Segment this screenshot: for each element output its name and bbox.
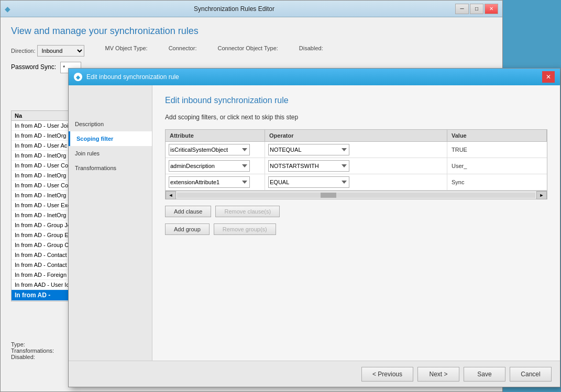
scroll-thumb bbox=[321, 193, 336, 198]
step-description: Add scoping filters, or click next to sk… bbox=[165, 114, 547, 121]
dialog-footer: < Previous Next > Save Cancel bbox=[69, 361, 560, 387]
nav-item-scoping[interactable]: Scoping filter bbox=[69, 131, 152, 146]
filter-table: Attribute Operator Value isCriticalSyste… bbox=[165, 129, 547, 199]
attribute-select-2[interactable]: adminDescription bbox=[169, 160, 250, 172]
remove-group-button[interactable]: Remove group(s) bbox=[214, 223, 276, 235]
operator-cell-1: NOTEQUAL bbox=[265, 142, 447, 158]
nav-item-description[interactable]: Description bbox=[69, 117, 152, 131]
next-button[interactable]: Next > bbox=[417, 367, 459, 382]
nav-item-join[interactable]: Join rules bbox=[69, 146, 152, 161]
add-group-button[interactable]: Add group bbox=[165, 223, 210, 235]
disabled-label: Disabled: bbox=[299, 45, 323, 51]
dialog-body: Description Scoping filter Join rules Tr… bbox=[69, 85, 560, 361]
dialog-icon: ◆ bbox=[74, 73, 82, 81]
previous-button[interactable]: < Previous bbox=[361, 367, 413, 382]
filter-row-2: adminDescription NOTSTARTSWITH User_ bbox=[166, 158, 547, 174]
add-clause-button[interactable]: Add clause bbox=[165, 206, 211, 217]
dialog-close-button[interactable]: ✕ bbox=[542, 71, 555, 83]
scroll-left-arrow[interactable]: ◄ bbox=[166, 191, 176, 199]
connector-label: Connector: bbox=[169, 45, 197, 51]
operator-select-2[interactable]: NOTSTARTSWITH bbox=[268, 160, 349, 172]
attribute-cell-2: adminDescription bbox=[166, 158, 265, 174]
titlebar-buttons: ─ □ ✕ bbox=[455, 4, 498, 14]
header-operator: Operator bbox=[265, 130, 447, 141]
direction-select[interactable]: Inbound bbox=[37, 45, 84, 57]
filter-table-header: Attribute Operator Value bbox=[166, 130, 547, 142]
value-cell-2: User_ bbox=[447, 161, 547, 171]
main-heading: View and manage your synchronization rul… bbox=[11, 26, 492, 37]
header-attribute: Attribute bbox=[166, 130, 265, 141]
filter-row-3: extensionAttribute1 EQUAL Sync bbox=[166, 174, 547, 191]
mv-object-type-filter: MV Object Type: bbox=[105, 45, 148, 57]
nav-item-transformations[interactable]: Transformations bbox=[69, 161, 152, 175]
edit-dialog: ◆ Edit inbound synchronization rule ✕ De… bbox=[68, 68, 560, 387]
close-button[interactable]: ✕ bbox=[485, 4, 498, 14]
disabled-filter: Disabled: bbox=[299, 45, 323, 57]
operator-cell-2: NOTSTARTSWITH bbox=[265, 158, 447, 174]
maximize-button[interactable]: □ bbox=[470, 4, 483, 14]
connector-object-type-label: Connector Object Type: bbox=[217, 45, 278, 51]
operator-select-1[interactable]: NOTEQUAL bbox=[268, 144, 349, 155]
filters-row: Direction: Inbound MV Object Type: Conne… bbox=[11, 45, 492, 57]
value-cell-1: TRUE bbox=[447, 144, 547, 155]
scroll-right-arrow[interactable]: ► bbox=[536, 191, 547, 199]
header-value: Value bbox=[447, 130, 547, 141]
connector-object-type-filter: Connector Object Type: bbox=[217, 45, 278, 57]
operator-cell-3: EQUAL bbox=[265, 174, 447, 190]
group-buttons: Add group Remove group(s) bbox=[165, 223, 547, 235]
main-window-title: Synchronization Rules Editor bbox=[13, 5, 455, 13]
app-icon: ◆ bbox=[5, 5, 13, 13]
dialog-nav: Description Scoping filter Join rules Tr… bbox=[69, 85, 152, 361]
attribute-select-3[interactable]: extensionAttribute1 bbox=[169, 176, 250, 188]
attribute-cell-1: isCriticalSystemObject bbox=[166, 142, 265, 158]
dialog-content-heading: Edit inbound synchronization rule bbox=[165, 96, 547, 105]
clause-buttons: Add clause Remove clause(s) bbox=[165, 206, 547, 217]
value-cell-3: Sync bbox=[447, 177, 547, 187]
password-sync-label: Password Sync: bbox=[11, 63, 56, 71]
operator-select-3[interactable]: EQUAL bbox=[268, 176, 349, 188]
type-label: Type: bbox=[11, 341, 54, 348]
remove-clause-button[interactable]: Remove clause(s) bbox=[215, 206, 280, 217]
attribute-select-1[interactable]: isCriticalSystemObject bbox=[169, 144, 250, 155]
main-titlebar: ◆ Synchronization Rules Editor ─ □ ✕ bbox=[1, 1, 502, 17]
horizontal-scrollbar: ◄ ► bbox=[166, 191, 547, 199]
filter-row-1: isCriticalSystemObject NOTEQUAL TRUE bbox=[166, 142, 547, 158]
dialog-content: Edit inbound synchronization rule Add sc… bbox=[152, 85, 560, 361]
direction-filter: Direction: Inbound bbox=[11, 45, 84, 57]
bottom-info: Type: Transformations: Disabled: bbox=[11, 341, 54, 360]
mv-object-type-label: MV Object Type: bbox=[105, 45, 148, 51]
save-button[interactable]: Save bbox=[464, 367, 505, 382]
transformations-label: Transformations: bbox=[11, 348, 54, 354]
dialog-title: Edit inbound synchronization rule bbox=[86, 73, 179, 81]
cancel-button[interactable]: Cancel bbox=[510, 367, 552, 382]
dialog-titlebar: ◆ Edit inbound synchronization rule ✕ bbox=[69, 69, 560, 85]
attribute-cell-3: extensionAttribute1 bbox=[166, 174, 265, 190]
scroll-track[interactable] bbox=[177, 193, 535, 198]
direction-label: Direction: bbox=[11, 48, 35, 54]
minimize-button[interactable]: ─ bbox=[455, 4, 469, 14]
dialog-titlebar-left: ◆ Edit inbound synchronization rule bbox=[74, 73, 179, 81]
disabled-info-label: Disabled: bbox=[11, 354, 54, 360]
connector-filter: Connector: bbox=[169, 45, 197, 57]
